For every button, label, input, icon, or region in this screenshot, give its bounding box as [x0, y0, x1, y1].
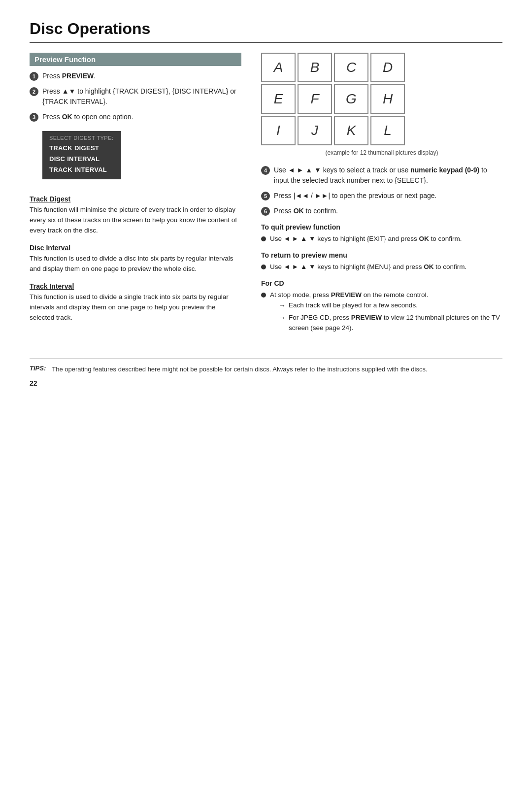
grid-cell-E: E: [261, 84, 296, 114]
r-step-6-text: Press OK to confirm.: [274, 206, 338, 216]
return-preview-text: Use ◄ ► ▲ ▼ keys to highlight {MENU} and…: [270, 262, 466, 272]
grid-caption: (example for 12 thumbnail pictures displ…: [261, 149, 502, 156]
left-column: Preview Function 1 Press PREVIEW. 2 Pres…: [30, 53, 241, 325]
step-num-3: 3: [30, 113, 38, 122]
tips-label: TIPS:: [30, 365, 46, 372]
grid-cell-F: F: [298, 84, 332, 114]
bullet-dot-return: [261, 265, 266, 269]
track-interval-heading: Track Interval: [30, 282, 241, 290]
step-1-text: Press PREVIEW.: [42, 71, 96, 81]
r-step-num-5: 5: [261, 192, 270, 200]
page-number: 22: [30, 379, 502, 387]
digest-type-box: SELECT DIGEST TYPE: TRACK DIGEST DISC IN…: [42, 131, 121, 179]
letter-grid: A B C D E F G H I J K L: [261, 53, 502, 145]
grid-cell-J: J: [298, 116, 332, 145]
for-cd-text: At stop mode, press PREVIEW on the remot…: [270, 290, 502, 335]
for-cd-bullet: At stop mode, press PREVIEW on the remot…: [261, 290, 502, 335]
quit-preview-text: Use ◄ ► ▲ ▼ keys to highlight {EXIT} and…: [270, 234, 462, 244]
return-preview-heading: To return to preview menu: [261, 251, 502, 259]
arrow-sym-2: →: [279, 313, 286, 324]
track-digest-text: This function will minimise the picture …: [30, 205, 241, 236]
preview-function-header: Preview Function: [30, 53, 241, 66]
grid-cell-A: A: [261, 53, 296, 82]
main-content: Preview Function 1 Press PREVIEW. 2 Pres…: [30, 53, 502, 338]
cd-arrow-1: → Each track will be played for a few se…: [279, 300, 502, 311]
r-step-4: 4 Use ◄ ► ▲ ▼ keys to select a track or …: [261, 165, 502, 186]
quit-preview-bullet: Use ◄ ► ▲ ▼ keys to highlight {EXIT} and…: [261, 234, 502, 244]
tips-text: The operating features described here mi…: [52, 365, 427, 374]
grid-cell-L: L: [370, 116, 405, 145]
r-step-6: 6 Press OK to confirm.: [261, 206, 502, 216]
bullet-dot-cd: [261, 293, 266, 298]
r-step-5-text: Press |◄◄ / ►►| to open the previous or …: [274, 191, 436, 201]
step-3-text: Press OK to open one option.: [42, 112, 133, 122]
return-preview-bullet: Use ◄ ► ▲ ▼ keys to highlight {MENU} and…: [261, 262, 502, 272]
step-num-1: 1: [30, 72, 38, 81]
bullet-dot-quit: [261, 236, 266, 241]
digest-item-3: TRACK INTERVAL: [49, 165, 114, 175]
r-step-4-text: Use ◄ ► ▲ ▼ keys to select a track or us…: [274, 165, 502, 186]
cd-arrow-text-1: Each track will be played for a few seco…: [289, 300, 418, 311]
digest-item-1: TRACK DIGEST: [49, 143, 114, 154]
disc-interval-heading: Disc Interval: [30, 244, 241, 252]
step-1: 1 Press PREVIEW.: [30, 71, 241, 81]
step-3: 3 Press OK to open one option.: [30, 112, 241, 122]
digest-item-2: DISC INTERVAL: [49, 154, 114, 165]
grid-cell-K: K: [334, 116, 368, 145]
page-title: Disc Operations: [30, 20, 502, 43]
step-2-text: Press ▲▼ to highlight {TRACK DIGEST}, {D…: [42, 86, 241, 107]
track-interval-text: This function is used to divide a single…: [30, 292, 241, 323]
arrow-sym-1: →: [279, 300, 286, 311]
step-num-2: 2: [30, 87, 38, 96]
r-step-5: 5 Press |◄◄ / ►►| to open the previous o…: [261, 191, 502, 201]
quit-preview-heading: To quit preview function: [261, 223, 502, 231]
grid-cell-H: H: [370, 84, 405, 114]
grid-cell-G: G: [334, 84, 368, 114]
track-digest-heading: Track Digest: [30, 195, 241, 203]
r-step-num-4: 4: [261, 166, 270, 175]
cd-arrow-text-2: For JPEG CD, press PREVIEW to view 12 th…: [289, 313, 502, 333]
right-column: A B C D E F G H I J K L (example for 12 …: [261, 53, 502, 338]
for-cd-heading: For CD: [261, 279, 502, 287]
cd-arrow-2: → For JPEG CD, press PREVIEW to view 12 …: [279, 313, 502, 333]
grid-cell-B: B: [298, 53, 332, 82]
grid-cell-C: C: [334, 53, 368, 82]
r-step-num-6: 6: [261, 207, 270, 216]
tips-footer: TIPS: The operating features described h…: [30, 358, 502, 374]
digest-box-title: SELECT DIGEST TYPE:: [49, 135, 114, 141]
step-2: 2 Press ▲▼ to highlight {TRACK DIGEST}, …: [30, 86, 241, 107]
grid-cell-D: D: [370, 53, 405, 82]
disc-interval-text: This function is used to divide a disc i…: [30, 254, 241, 274]
grid-cell-I: I: [261, 116, 296, 145]
